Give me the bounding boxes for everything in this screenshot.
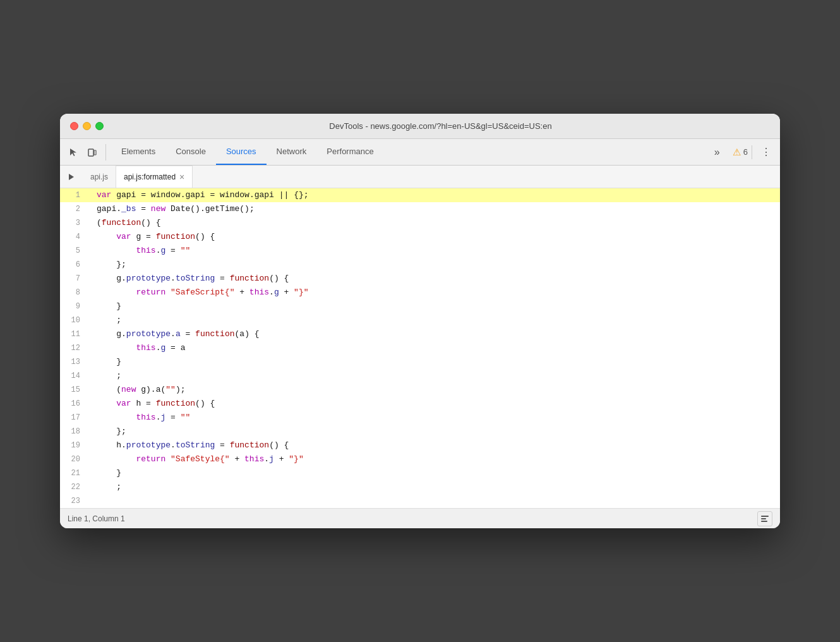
line-content: g.prototype.a = function(a) { (92, 327, 780, 341)
line-content: return "SafeScript{" + this.g + "}" (92, 286, 780, 300)
file-tab-api-js[interactable]: api.js (83, 166, 116, 188)
format-button[interactable] (757, 511, 772, 526)
code-line: 1var gapi = window.gapi = window.gapi ||… (60, 188, 780, 202)
line-number: 8 (60, 286, 88, 300)
line-content: this.g = "" (92, 244, 780, 258)
code-line: 6 }; (60, 258, 780, 272)
code-editor[interactable]: 1var gapi = window.gapi = window.gapi ||… (60, 188, 780, 508)
line-number: 20 (60, 452, 88, 466)
code-line: 19 h.prototype.toString = function() { (60, 439, 780, 452)
svg-marker-2 (69, 174, 74, 180)
line-content: }; (92, 258, 780, 272)
line-number: 2 (60, 202, 88, 216)
line-content: this.j = "" (92, 411, 780, 425)
code-line: 8 return "SafeScript{" + this.g + "}" (60, 286, 780, 300)
line-number: 14 (60, 369, 88, 383)
svg-rect-4 (761, 518, 766, 519)
svg-rect-0 (88, 149, 93, 156)
code-line: 12 this.g = a (60, 341, 780, 355)
code-line: 23 (60, 494, 780, 508)
line-content: } (92, 300, 780, 313)
tab-elements[interactable]: Elements (111, 139, 165, 165)
file-tab-api-js-label: api.js (90, 173, 108, 181)
close-button[interactable] (70, 122, 78, 130)
code-line: 4 var g = function() { (60, 230, 780, 244)
line-content: ; (92, 313, 780, 327)
code-line: 2gapi._bs = new Date().getTime(); (60, 202, 780, 216)
line-content: var h = function() { (92, 397, 780, 411)
line-number: 19 (60, 439, 88, 452)
title-bar: DevTools - news.google.com/?hl=en-US&gl=… (60, 114, 780, 139)
tab-list: Elements Console Sources Network Perform… (111, 139, 705, 165)
line-number: 5 (60, 244, 88, 258)
code-line: 3(function() { (60, 216, 780, 230)
line-number: 17 (60, 411, 88, 425)
tab-console[interactable]: Console (165, 139, 216, 165)
line-content: }; (92, 425, 780, 439)
line-content: } (92, 466, 780, 480)
code-line: 17 this.j = "" (60, 411, 780, 425)
line-number: 21 (60, 466, 88, 480)
file-tabs-bar: api.js api.js:formatted × (60, 166, 780, 188)
select-element-icon[interactable] (65, 144, 81, 160)
tab-network[interactable]: Network (267, 139, 317, 165)
warning-badge[interactable]: ⚠ 6 (729, 145, 752, 159)
svg-rect-3 (761, 516, 769, 517)
line-number: 9 (60, 300, 88, 313)
main-toolbar: Elements Console Sources Network Perform… (60, 139, 780, 166)
device-toggle-icon[interactable] (84, 144, 100, 160)
line-number: 23 (60, 494, 88, 508)
file-tab-api-js-formatted[interactable]: api.js:formatted × (116, 166, 193, 188)
warning-count: 6 (743, 147, 748, 157)
toolbar-icons (65, 144, 106, 160)
svg-rect-5 (761, 521, 767, 522)
maximize-button[interactable] (95, 122, 104, 130)
line-number: 15 (60, 383, 88, 397)
line-content: return "SafeStyle{" + this.j + "}" (92, 452, 780, 466)
line-number: 11 (60, 327, 88, 341)
code-line: 10 ; (60, 313, 780, 327)
code-line: 22 ; (60, 480, 780, 494)
line-number: 4 (60, 230, 88, 244)
code-line: 18 }; (60, 425, 780, 439)
code-line: 21 } (60, 466, 780, 480)
code-line: 7 g.prototype.toString = function() { (60, 272, 780, 286)
line-number: 18 (60, 425, 88, 439)
line-content: gapi._bs = new Date().getTime(); (92, 202, 780, 216)
line-content: var gapi = window.gapi = window.gapi || … (92, 188, 780, 202)
line-content: ; (92, 480, 780, 494)
status-bar: Line 1, Column 1 (60, 508, 780, 528)
toolbar-right: » ⚠ 6 ⋮ (711, 145, 775, 159)
window-title: DevTools - news.google.com/?hl=en-US&gl=… (111, 121, 770, 131)
line-content: (new g).a(""); (92, 383, 780, 397)
line-content: } (92, 355, 780, 369)
warning-icon: ⚠ (733, 147, 741, 158)
devtools-menu-button[interactable]: ⋮ (757, 145, 775, 159)
line-content (92, 494, 780, 508)
code-line: 20 return "SafeStyle{" + this.j + "}" (60, 452, 780, 466)
line-number: 3 (60, 216, 88, 230)
code-line: 13 } (60, 355, 780, 369)
code-line: 5 this.g = "" (60, 244, 780, 258)
line-number: 1 (60, 188, 88, 202)
file-tab-close-icon[interactable]: × (179, 173, 184, 181)
code-line: 11 g.prototype.a = function(a) { (60, 327, 780, 341)
line-content: (function() { (92, 216, 780, 230)
line-number: 22 (60, 480, 88, 494)
line-number: 16 (60, 397, 88, 411)
cursor-position: Line 1, Column 1 (68, 514, 125, 523)
line-number: 6 (60, 258, 88, 272)
minimize-button[interactable] (83, 122, 91, 130)
tab-performance[interactable]: Performance (316, 139, 383, 165)
traffic-lights (70, 122, 104, 130)
line-content: this.g = a (92, 341, 780, 355)
code-line: 15 (new g).a(""); (60, 383, 780, 397)
more-tabs-button[interactable]: » (711, 145, 724, 159)
code-line: 14 ; (60, 369, 780, 383)
tab-sources[interactable]: Sources (216, 139, 267, 165)
run-snippet-button[interactable] (63, 168, 80, 186)
line-number: 13 (60, 355, 88, 369)
devtools-window: DevTools - news.google.com/?hl=en-US&gl=… (60, 114, 780, 528)
svg-rect-1 (94, 150, 96, 155)
line-number: 12 (60, 341, 88, 355)
